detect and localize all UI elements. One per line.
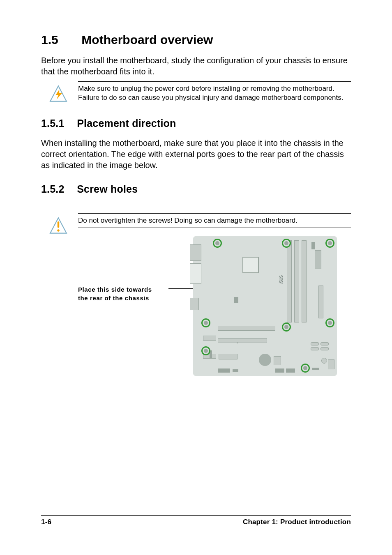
diagram-label: Place this side towards the rear of the …: [78, 286, 152, 302]
dimm-slot: [302, 240, 307, 322]
warning-block-1: Make sure to unplug the power cord befor…: [78, 81, 351, 105]
screw-hole: [325, 239, 334, 248]
diagram-label-line2: the rear of the chassis: [78, 295, 149, 302]
subsection-body-1: When installing the motherboard, make su…: [41, 138, 351, 171]
header-connector: [218, 368, 230, 373]
page-number: 1-6: [41, 518, 51, 526]
header-connector: [312, 368, 319, 370]
io-port: [190, 244, 201, 261]
subsection-heading-1: 1.5.1 Placement direction: [41, 117, 351, 129]
section-number: 1.5: [41, 33, 78, 47]
section-heading: 1.5 Motherboard overview: [41, 33, 351, 47]
io-port: [190, 263, 201, 284]
dimm-slot: [294, 240, 299, 322]
subsection-number-1: 1.5.1: [41, 117, 74, 129]
ide-connector: [318, 286, 323, 318]
screw-hole: [301, 364, 310, 373]
buzzer-icon: [321, 358, 327, 364]
sata-connector: [321, 347, 329, 350]
svg-point-4: [57, 229, 60, 232]
slot: [219, 354, 238, 359]
section-intro: Before you install the motherboard, stud…: [41, 55, 351, 77]
diagram-leader-line: [168, 288, 193, 289]
screw-hole: [213, 239, 222, 248]
subsection-title-2: Screw holes: [77, 183, 138, 195]
front-panel-header: [328, 359, 334, 369]
subsection-heading-2: 1.5.2 Screw holes: [41, 183, 351, 195]
sata-connector: [321, 342, 329, 345]
chapter-title: Chapter 1: Product introduction: [243, 518, 351, 526]
chip-icon: [234, 297, 238, 303]
sata-connector: [311, 347, 319, 350]
motherboard-diagram: Place this side towards the rear of the …: [41, 244, 351, 401]
svg-rect-3: [58, 221, 59, 228]
subsection-number-2: 1.5.2: [41, 183, 74, 195]
screw-hole: [325, 318, 334, 327]
content-area: 1.5 Motherboard overview Before you inst…: [41, 33, 351, 401]
lightning-warning-icon: [49, 85, 67, 103]
subsection-title-1: Placement direction: [77, 117, 176, 129]
pci-slot: [218, 338, 267, 343]
warning-block-2: Do not overtighten the screws! Doing so …: [78, 213, 351, 228]
slot: [203, 336, 216, 341]
power-connector: [315, 250, 321, 269]
header-connector: [275, 368, 284, 373]
diagram-label-line1: Place this side towards: [78, 286, 152, 293]
screw-hole: [282, 322, 291, 332]
io-port: [190, 298, 199, 310]
dimm-slot: [287, 240, 292, 322]
battery-icon: [259, 354, 271, 366]
brand-label: /SUS: [279, 276, 284, 283]
exclamation-warning-icon: [49, 217, 67, 235]
cpu-socket: [242, 257, 259, 273]
section-title: Motherboard overview: [81, 33, 213, 46]
header-connector: [233, 369, 238, 372]
page: 1.5 Motherboard overview Before you inst…: [0, 0, 392, 555]
motherboard-outline: /SUS: [193, 236, 337, 376]
via-dot: [237, 342, 238, 343]
warning-text-2: Do not overtighten the screws! Doing so …: [78, 216, 297, 224]
pci-slot: [218, 326, 275, 331]
header-connector: [311, 242, 315, 249]
screw-hole: [201, 318, 210, 327]
chip: [274, 356, 281, 365]
page-footer: 1-6 Chapter 1: Product introduction: [41, 515, 351, 526]
warning-text-1: Make sure to unplug the power cord befor…: [78, 85, 343, 101]
sata-connector: [311, 342, 319, 345]
header-connector: [286, 368, 295, 373]
